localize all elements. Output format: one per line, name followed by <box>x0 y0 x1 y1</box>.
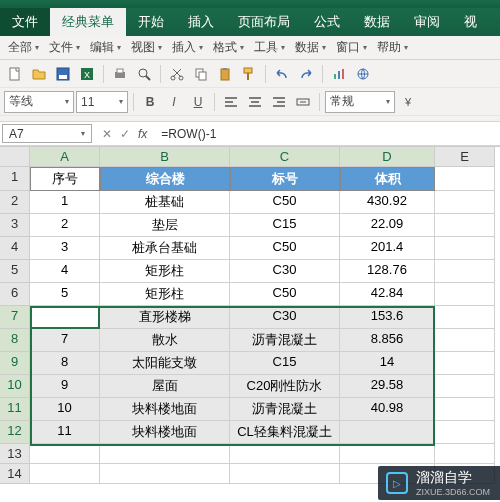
cell[interactable] <box>435 306 495 329</box>
cell[interactable] <box>435 421 495 444</box>
cell[interactable] <box>435 214 495 237</box>
italic-icon[interactable]: I <box>163 91 185 113</box>
cell[interactable]: 块料楼地面 <box>100 421 230 444</box>
align-right-icon[interactable] <box>268 91 290 113</box>
cell[interactable]: 153.6 <box>340 306 435 329</box>
bold-icon[interactable]: B <box>139 91 161 113</box>
cell[interactable]: 桩基础 <box>100 191 230 214</box>
cell[interactable]: 散水 <box>100 329 230 352</box>
menu-file[interactable]: 文件▾ <box>45 37 84 58</box>
fx-icon[interactable]: fx <box>138 127 147 141</box>
align-center-icon[interactable] <box>244 91 266 113</box>
print-icon[interactable] <box>109 63 131 85</box>
cell[interactable]: 8.856 <box>340 329 435 352</box>
row-header[interactable]: 5 <box>0 260 30 283</box>
row-header[interactable]: 6 <box>0 283 30 306</box>
row-header[interactable]: 14 <box>0 464 30 484</box>
cell[interactable]: 3 <box>30 237 100 260</box>
col-header-c[interactable]: C <box>230 147 340 167</box>
cell[interactable]: C15 <box>230 352 340 375</box>
preview-icon[interactable] <box>133 63 155 85</box>
font-size-combo[interactable]: 11▾ <box>76 91 128 113</box>
formula-input[interactable]: =ROW()-1 <box>157 122 500 145</box>
cell[interactable]: 矩形柱 <box>100 260 230 283</box>
copy-icon[interactable] <box>190 63 212 85</box>
cell[interactable]: 综合楼 <box>100 167 230 191</box>
tab-view[interactable]: 视 <box>452 8 489 36</box>
menu-all[interactable]: 全部▾ <box>4 37 43 58</box>
cell[interactable]: 2 <box>30 214 100 237</box>
cell[interactable]: CL轻集料混凝土 <box>230 421 340 444</box>
tab-data[interactable]: 数据 <box>352 8 402 36</box>
cell[interactable] <box>30 464 100 484</box>
cell[interactable]: 8 <box>30 352 100 375</box>
cell[interactable]: 桩承台基础 <box>100 237 230 260</box>
cell[interactable] <box>435 237 495 260</box>
cell[interactable] <box>230 464 340 484</box>
col-header-e[interactable]: E <box>435 147 495 167</box>
cell[interactable]: 垫层 <box>100 214 230 237</box>
row-header[interactable]: 2 <box>0 191 30 214</box>
cell[interactable] <box>30 444 100 464</box>
new-icon[interactable] <box>4 63 26 85</box>
row-header[interactable]: 10 <box>0 375 30 398</box>
select-all-corner[interactable] <box>0 147 30 167</box>
row-header[interactable]: 8 <box>0 329 30 352</box>
cell[interactable]: 沥青混凝土 <box>230 398 340 421</box>
tab-review[interactable]: 审阅 <box>402 8 452 36</box>
cell[interactable]: C30 <box>230 260 340 283</box>
spreadsheet-grid[interactable]: A B C D E 1 序号 综合楼 标号 体积 2 1 桩基础 C50 430… <box>0 146 500 484</box>
cell[interactable] <box>230 444 340 464</box>
cell[interactable]: 标号 <box>230 167 340 191</box>
menu-view[interactable]: 视图▾ <box>127 37 166 58</box>
cell[interactable]: 块料楼地面 <box>100 398 230 421</box>
tab-insert[interactable]: 插入 <box>176 8 226 36</box>
cell[interactable]: 9 <box>30 375 100 398</box>
row-header[interactable]: 9 <box>0 352 30 375</box>
cell[interactable] <box>435 191 495 214</box>
tab-classic-menu[interactable]: 经典菜单 <box>50 8 126 36</box>
cell[interactable]: 体积 <box>340 167 435 191</box>
cell[interactable]: 7 <box>30 329 100 352</box>
row-header[interactable]: 3 <box>0 214 30 237</box>
tab-page-layout[interactable]: 页面布局 <box>226 8 302 36</box>
currency-icon[interactable]: ¥ <box>397 91 419 113</box>
cell[interactable] <box>435 444 495 464</box>
open-icon[interactable] <box>28 63 50 85</box>
cell[interactable]: C50 <box>230 283 340 306</box>
menu-edit[interactable]: 编辑▾ <box>86 37 125 58</box>
cell[interactable]: 430.92 <box>340 191 435 214</box>
row-header[interactable]: 12 <box>0 421 30 444</box>
cell[interactable]: C20刚性防水 <box>230 375 340 398</box>
row-header[interactable]: 7 <box>0 306 30 329</box>
cell[interactable]: 屋面 <box>100 375 230 398</box>
cell[interactable]: 直形楼梯 <box>100 306 230 329</box>
cell[interactable]: 29.58 <box>340 375 435 398</box>
row-header[interactable]: 1 <box>0 167 30 191</box>
cell[interactable]: 11 <box>30 421 100 444</box>
link-icon[interactable] <box>352 63 374 85</box>
chart-icon[interactable] <box>328 63 350 85</box>
menu-format[interactable]: 格式▾ <box>209 37 248 58</box>
cell[interactable]: C50 <box>230 237 340 260</box>
col-header-d[interactable]: D <box>340 147 435 167</box>
confirm-icon[interactable]: ✓ <box>120 127 130 141</box>
cell[interactable]: 22.09 <box>340 214 435 237</box>
paste-icon[interactable] <box>214 63 236 85</box>
cell[interactable] <box>435 375 495 398</box>
cell[interactable] <box>435 329 495 352</box>
cell[interactable] <box>340 444 435 464</box>
tab-formulas[interactable]: 公式 <box>302 8 352 36</box>
menu-tools[interactable]: 工具▾ <box>250 37 289 58</box>
cell[interactable] <box>340 421 435 444</box>
cell[interactable] <box>435 283 495 306</box>
cell[interactable] <box>435 167 495 191</box>
number-format-combo[interactable]: 常规▾ <box>325 91 395 113</box>
cut-icon[interactable] <box>166 63 188 85</box>
cell[interactable]: 沥青混凝土 <box>230 329 340 352</box>
underline-icon[interactable]: U <box>187 91 209 113</box>
cell[interactable]: 太阳能支墩 <box>100 352 230 375</box>
cell[interactable]: C50 <box>230 191 340 214</box>
cell[interactable] <box>435 398 495 421</box>
cell[interactable]: 201.4 <box>340 237 435 260</box>
